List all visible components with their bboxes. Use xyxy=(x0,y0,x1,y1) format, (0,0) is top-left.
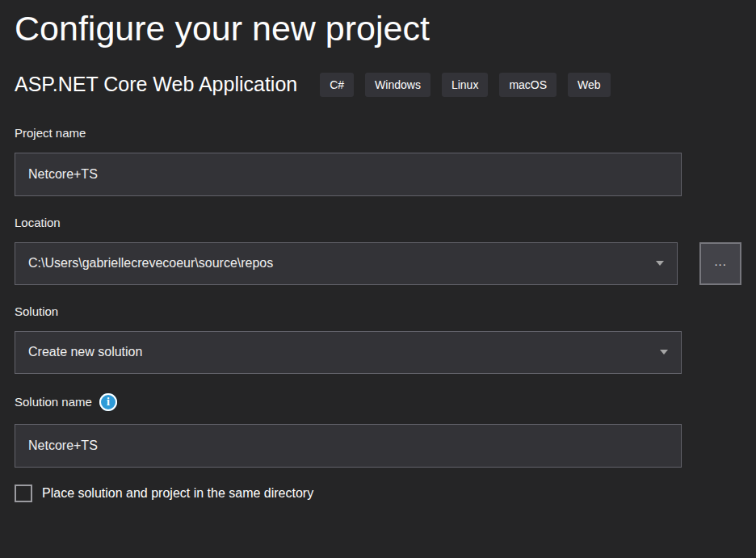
chevron-down-icon xyxy=(660,350,668,355)
project-name-label: Project name xyxy=(15,126,741,140)
tag-linux: Linux xyxy=(442,73,488,97)
location-label: Location xyxy=(15,216,741,229)
template-name: ASP.NET Core Web Application xyxy=(15,73,297,96)
info-icon-glyph: i xyxy=(107,396,110,408)
solution-combobox[interactable]: Create new solution xyxy=(15,331,682,374)
solution-name-label-text: Solution name xyxy=(15,395,92,409)
solution-name-input[interactable] xyxy=(15,424,682,468)
same-directory-label[interactable]: Place solution and project in the same d… xyxy=(42,486,313,501)
same-directory-checkbox[interactable] xyxy=(15,485,32,502)
location-combobox[interactable]: C:\Users\gabriellecrevecoeur\source\repo… xyxy=(15,242,678,285)
project-name-input[interactable] xyxy=(15,153,682,196)
solution-value: Create new solution xyxy=(28,345,142,359)
browse-button[interactable]: ... xyxy=(699,242,741,285)
tag-macos: macOS xyxy=(499,73,556,97)
page-title: Configure your new project xyxy=(15,8,741,50)
ellipsis-icon: ... xyxy=(714,254,727,268)
configure-project-dialog: Configure your new project ASP.NET Core … xyxy=(0,0,756,502)
same-directory-row: Place solution and project in the same d… xyxy=(15,485,741,502)
template-tags: C# Windows Linux macOS Web xyxy=(320,73,610,97)
template-row: ASP.NET Core Web Application C# Windows … xyxy=(15,73,741,97)
location-row: C:\Users\gabriellecrevecoeur\source\repo… xyxy=(15,229,741,285)
location-value: C:\Users\gabriellecrevecoeur\source\repo… xyxy=(28,256,273,271)
chevron-down-icon xyxy=(656,261,664,266)
solution-label: Solution xyxy=(15,304,741,318)
info-icon[interactable]: i xyxy=(99,393,117,411)
solution-label-text: Solution xyxy=(15,304,58,318)
project-name-label-text: Project name xyxy=(15,126,86,140)
solution-name-label: Solution name i xyxy=(15,393,741,411)
tag-windows: Windows xyxy=(365,73,430,97)
location-label-text: Location xyxy=(15,216,61,229)
tag-web: Web xyxy=(568,73,611,97)
tag-csharp: C# xyxy=(320,73,354,97)
